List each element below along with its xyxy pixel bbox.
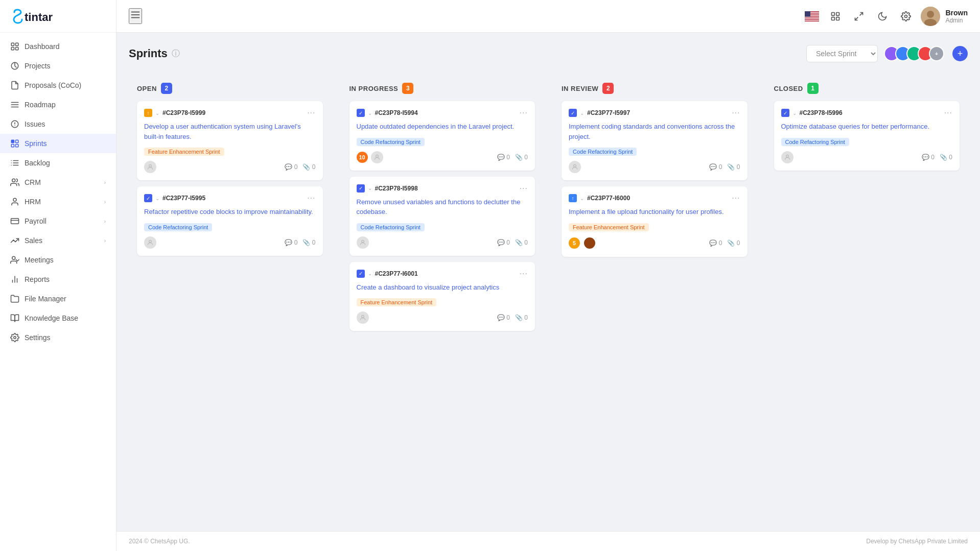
sidebar-item-label: Projects — [25, 62, 106, 70]
chevron-icon: ⌄ — [155, 196, 159, 201]
card-header: ⌄ #C23P78-I5998 ··· — [357, 184, 528, 193]
table-row[interactable]: ⌄ #C23P77-I6001 ··· Create a dashboard t… — [349, 262, 535, 331]
kanban-board: OPEN 2 ↑ ⌄ #C23P78-I5999 ··· Develop a u… — [129, 75, 968, 345]
main-content: Brown Admin Sprints ⓘ Select Sprint — [116, 0, 980, 551]
svg-point-49 — [361, 240, 364, 243]
sidebar-item-knowledge-base[interactable]: Knowledge Base — [0, 308, 116, 328]
card-checkbox — [357, 109, 365, 117]
col-header-in-review: IN REVIEW 2 — [562, 83, 748, 94]
table-row[interactable]: ⌄ #C23P77-I5997 ··· Implement coding sta… — [562, 101, 748, 180]
attachment-stat: 📎 0 — [515, 314, 528, 321]
card-menu-button[interactable]: ··· — [944, 108, 952, 117]
sidebar-item-payroll[interactable]: Payroll › — [0, 211, 116, 231]
col-title-in-progress: IN PROGRESS — [349, 85, 399, 92]
attachment-stat: 📎 0 — [727, 239, 740, 247]
svg-text:tintar: tintar — [25, 11, 53, 23]
table-row[interactable]: ⌄ #C23P78-I5998 ··· Remove unused variab… — [349, 177, 535, 256]
sidebar-item-label: Settings — [25, 333, 106, 342]
card-menu-button[interactable]: ··· — [732, 108, 740, 117]
user-profile[interactable]: Brown Admin — [921, 7, 968, 26]
sidebar-item-settings[interactable]: Settings — [0, 328, 116, 347]
table-row[interactable]: ⌄ #C23P78-I5994 ··· Update outdated depe… — [349, 101, 535, 171]
kanban-col-in-review: IN REVIEW 2 ⌄ #C23P77-I5997 ··· Implemen… — [553, 75, 756, 271]
sidebar-item-meetings[interactable]: Meetings — [0, 250, 116, 270]
theme-toggle-button[interactable] — [874, 8, 891, 25]
sidebar-item-roadmap[interactable]: Roadmap — [0, 95, 116, 114]
sidebar-item-reports[interactable]: Reports — [0, 270, 116, 289]
comment-stat: 💬 0 — [709, 163, 722, 171]
footer: 2024 © ChetsApp UG. Develop by ChetsApp … — [116, 531, 980, 551]
col-header-open: OPEN 2 — [137, 83, 323, 94]
info-icon[interactable]: ⓘ — [172, 49, 180, 59]
card-header: ↑ ⌄ #C23P78-I5999 ··· — [144, 108, 316, 117]
sidebar: tintar Dashboard Projects Proposals (CoC… — [0, 0, 116, 551]
card-description: Create a dashboard to visualize project … — [357, 282, 528, 293]
avatar-5: + — [929, 46, 944, 61]
col-title-open: OPEN — [137, 85, 157, 92]
sidebar-nav: Dashboard Projects Proposals (CoCo) Road… — [0, 33, 116, 551]
card-description: Implement a file upload functionality fo… — [569, 207, 740, 217]
comment-stat: 💬 0 — [922, 154, 935, 161]
language-selector[interactable] — [803, 8, 821, 25]
sidebar-item-dashboard[interactable]: Dashboard — [0, 37, 116, 56]
card-menu-button[interactable]: ··· — [732, 194, 740, 203]
card-id: #C23P77-I6001 — [375, 270, 418, 277]
table-row[interactable]: ↑ ⌄ #C23P78-I5999 ··· Develop a user aut… — [137, 101, 323, 180]
card-checkbox — [781, 109, 789, 117]
sprint-select-area: Select Sprint + + — [806, 45, 968, 62]
card-menu-button[interactable]: ··· — [307, 108, 315, 117]
backlog-icon — [10, 158, 19, 167]
table-row[interactable]: ⌄ #C23P78-I5996 ··· Optimize database qu… — [774, 101, 960, 171]
card-header: ⌄ #C23P78-I5996 ··· — [781, 108, 953, 117]
card-description: Update outdated dependencies in the Lara… — [357, 122, 528, 132]
sidebar-item-sales[interactable]: Sales › — [0, 231, 116, 250]
card-menu-button[interactable]: ··· — [307, 194, 315, 203]
knowledge-base-icon — [10, 314, 19, 323]
card-assignee — [357, 312, 369, 324]
sales-arrow: › — [104, 238, 106, 244]
card-tag: Feature Enhancement Sprint — [144, 148, 224, 156]
card-menu-button[interactable]: ··· — [520, 184, 528, 193]
card-menu-button[interactable]: ··· — [520, 269, 528, 278]
hamburger-button[interactable] — [129, 8, 142, 24]
comment-stat: 💬 0 — [497, 239, 510, 246]
add-sprint-button[interactable]: + — [952, 46, 968, 61]
apps-button[interactable] — [827, 8, 844, 25]
sidebar-item-projects[interactable]: Projects — [0, 56, 116, 76]
card-tag: Feature Enhancement Sprint — [569, 223, 649, 231]
chevron-icon: ⌄ — [368, 185, 372, 191]
sidebar-item-proposals[interactable]: Proposals (CoCo) — [0, 76, 116, 95]
avatars-stack: + — [884, 46, 944, 61]
settings-button[interactable] — [897, 8, 915, 25]
sidebar-item-file-manager[interactable]: File Manager — [0, 289, 116, 308]
sidebar-item-backlog[interactable]: Backlog — [0, 153, 116, 173]
fullscreen-button[interactable] — [850, 8, 868, 25]
sidebar-item-sprints[interactable]: Sprints — [0, 134, 116, 153]
logo[interactable]: tintar — [0, 0, 116, 33]
svg-point-23 — [12, 256, 15, 259]
dashboard-icon — [10, 42, 19, 51]
sprints-icon — [10, 139, 19, 148]
table-row[interactable]: ⌄ #C23P77-I5995 ··· Refactor repetitive … — [137, 186, 323, 256]
sidebar-item-crm[interactable]: CRM › — [0, 173, 116, 192]
file-manager-icon — [10, 294, 19, 303]
table-row[interactable]: ↑ ⌄ #C23P77-I6000 ··· Implement a file u… — [562, 186, 748, 257]
proposals-icon — [10, 81, 19, 90]
svg-rect-39 — [836, 17, 839, 20]
card-menu-button[interactable]: ··· — [520, 108, 528, 117]
payroll-arrow: › — [104, 219, 106, 224]
sprint-select[interactable]: Select Sprint — [806, 45, 878, 62]
card-assignee — [144, 236, 156, 249]
sidebar-item-label: Reports — [25, 275, 106, 283]
sidebar-item-label: Sales — [25, 236, 99, 245]
card-description: Develop a user authentication system usi… — [144, 122, 316, 141]
col-title-in-review: IN REVIEW — [562, 85, 598, 92]
page-title-area: Sprints ⓘ — [129, 47, 180, 60]
svg-rect-32 — [805, 16, 819, 17]
crm-arrow: › — [104, 180, 106, 185]
chevron-icon: ⌄ — [580, 196, 584, 201]
card-header: ⌄ #C23P77-I6001 ··· — [357, 269, 528, 278]
svg-rect-9 — [11, 140, 14, 142]
sidebar-item-issues[interactable]: Issues — [0, 114, 116, 134]
sidebar-item-hrm[interactable]: HRM › — [0, 192, 116, 211]
